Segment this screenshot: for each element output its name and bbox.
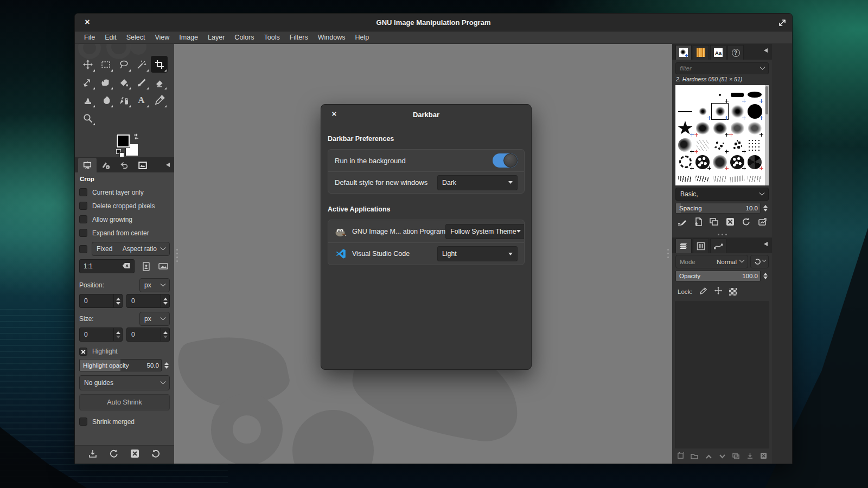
spin-up-icon[interactable] — [763, 273, 768, 275]
delete-preset-icon[interactable] — [130, 449, 139, 460]
ink-tool-icon[interactable] — [115, 92, 132, 108]
rectangle-select-tool-icon[interactable] — [97, 56, 114, 73]
brush-thumbnail[interactable] — [676, 137, 694, 153]
tab-fonts[interactable]: Aa — [710, 45, 726, 60]
auto-shrink-button[interactable]: Auto Shrink — [79, 394, 170, 410]
spin-down-icon[interactable] — [164, 366, 169, 369]
tab-patterns[interactable] — [693, 45, 709, 60]
menu-tools[interactable]: Tools — [259, 31, 284, 43]
option-shrink-merged[interactable]: Shrink merged — [79, 415, 170, 428]
brush-filter-field[interactable] — [675, 62, 769, 74]
brush-thumbnail[interactable] — [676, 103, 694, 120]
menu-image[interactable]: Image — [174, 31, 203, 43]
brush-thumbnail[interactable] — [729, 153, 746, 170]
spacing-slider[interactable]: Spacing 10.0 — [675, 203, 761, 214]
fixed-checkbox[interactable] — [79, 245, 87, 253]
refresh-brushes-icon[interactable] — [742, 217, 750, 228]
spin-down-icon[interactable] — [763, 277, 768, 279]
dock-menu-icon[interactable] — [166, 163, 170, 167]
fixed-aspect-dropdown[interactable]: Fixed Aspect ratio — [92, 242, 170, 256]
brush-thumbnail-selected[interactable] — [711, 103, 729, 120]
brush-thumbnail[interactable] — [694, 170, 711, 185]
free-select-tool-icon[interactable] — [115, 56, 132, 73]
dock-menu-icon[interactable] — [764, 48, 768, 53]
brush-thumbnail[interactable] — [694, 103, 711, 120]
tab-brushes[interactable] — [675, 45, 692, 60]
brush-thumbnail[interactable] — [694, 137, 711, 153]
opacity-slider[interactable]: Opacity 100.0 — [675, 271, 761, 281]
tab-channels[interactable] — [693, 239, 709, 253]
default-style-dropdown[interactable]: Dark — [437, 175, 518, 190]
brush-thumbnail[interactable] — [676, 153, 694, 170]
brush-filter-input[interactable] — [680, 65, 758, 72]
spin-down-icon[interactable] — [163, 302, 168, 305]
gimp-theme-dropdown[interactable]: Follow System Theme — [445, 224, 525, 239]
brush-thumbnail[interactable] — [676, 170, 694, 185]
foreground-color-swatch[interactable] — [117, 134, 130, 147]
unified-transform-tool-icon[interactable] — [79, 74, 96, 91]
spin-down-icon[interactable] — [116, 336, 120, 338]
brush-thumbnail[interactable] — [746, 120, 763, 137]
option-current-layer-only[interactable]: Current layer only — [79, 185, 170, 199]
menu-filters[interactable]: Filters — [285, 31, 313, 43]
option-delete-cropped-pixels[interactable]: Delete cropped pixels — [79, 199, 170, 213]
spin-down-icon[interactable] — [163, 336, 168, 338]
spin-up-icon[interactable] — [163, 331, 168, 334]
tab-undo-history[interactable] — [115, 158, 133, 172]
aspect-ratio-input[interactable]: 1:1 — [79, 259, 135, 273]
position-unit-dropdown[interactable]: px — [139, 278, 170, 292]
menu-colors[interactable]: Colors — [229, 31, 259, 43]
checkbox[interactable] — [79, 188, 87, 196]
brush-thumbnail[interactable] — [746, 153, 763, 170]
menu-view[interactable]: View — [150, 31, 174, 43]
default-colors-icon[interactable] — [116, 149, 125, 158]
highlight-opacity-slider[interactable]: Highlight opacity 50.0 — [79, 359, 162, 371]
brush-thumbnail[interactable] — [711, 153, 729, 170]
tab-tool-options[interactable] — [78, 158, 97, 172]
brush-thumbnail[interactable] — [676, 120, 694, 137]
spin-down-icon[interactable] — [763, 209, 768, 211]
checkbox[interactable] — [79, 215, 87, 223]
portrait-orientation-icon[interactable] — [140, 260, 152, 272]
brush-thumbnail[interactable] — [746, 170, 763, 185]
dock-menu-icon[interactable] — [764, 242, 768, 246]
new-layer-group-icon[interactable] — [691, 452, 698, 461]
delete-layer-icon[interactable] — [760, 452, 767, 461]
spin-down-icon[interactable] — [116, 302, 120, 305]
save-preset-icon[interactable] — [88, 450, 97, 460]
brush-thumbnail[interactable] — [729, 86, 746, 103]
menu-windows[interactable]: Windows — [313, 31, 350, 43]
brush-thumbnail[interactable] — [746, 137, 763, 153]
vscode-theme-dropdown[interactable]: Light — [437, 246, 518, 261]
brush-thumbnail[interactable] — [729, 103, 746, 120]
paintbrush-tool-icon[interactable] — [133, 74, 150, 91]
smudge-tool-icon[interactable] — [97, 92, 114, 108]
brush-thumbnail[interactable] — [711, 137, 729, 153]
clear-input-icon[interactable] — [122, 262, 130, 271]
duplicate-brush-icon[interactable] — [710, 218, 718, 228]
zoom-tool-icon[interactable] — [79, 110, 96, 126]
panel-resize-handle[interactable] — [667, 249, 669, 258]
swap-colors-icon[interactable] — [132, 133, 140, 143]
spin-up-icon[interactable] — [163, 298, 168, 300]
brush-thumbnail[interactable] — [694, 153, 711, 170]
lock-position-icon[interactable] — [714, 286, 723, 297]
lower-layer-icon[interactable] — [719, 452, 726, 461]
guides-dropdown[interactable]: No guides — [79, 375, 170, 390]
brush-thumbnail[interactable] — [694, 86, 711, 103]
brush-group-dropdown[interactable]: Basic, — [675, 188, 769, 201]
window-expand-icon[interactable] — [778, 18, 787, 27]
position-y-spinbox[interactable]: 0 — [126, 294, 170, 308]
dock-splitter-handle[interactable] — [672, 231, 772, 237]
delete-brush-icon[interactable] — [726, 217, 735, 228]
menu-layer[interactable]: Layer — [203, 31, 229, 43]
tab-paths[interactable] — [710, 239, 726, 253]
menu-select[interactable]: Select — [122, 31, 150, 43]
brush-thumbnail[interactable] — [711, 170, 729, 185]
brush-grid-scrollbar[interactable] — [765, 85, 769, 185]
text-tool-icon[interactable]: A — [133, 92, 150, 108]
tab-help[interactable]: ? — [727, 45, 744, 60]
duplicate-layer-icon[interactable] — [732, 452, 739, 461]
reset-options-icon[interactable] — [151, 449, 161, 460]
highlight-checkbox[interactable] — [79, 348, 87, 356]
